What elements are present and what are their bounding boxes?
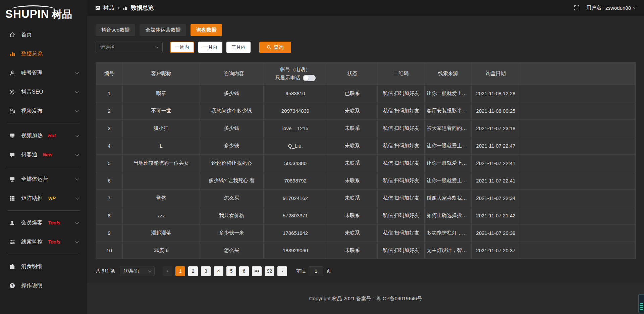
cell-empty: [520, 85, 636, 102]
cell-status: 已联系: [327, 85, 378, 102]
search-button[interactable]: 查询: [259, 42, 291, 53]
account-column-title: 帐号（电话）: [264, 66, 327, 73]
cell-qr-link[interactable]: 私信 扫码加好友: [378, 102, 425, 120]
sidebar-item-video-publish[interactable]: 视频发布: [5, 104, 83, 118]
sidebar-item-data-overview[interactable]: 数据总览: [5, 47, 83, 61]
page-number-button[interactable]: 1: [175, 266, 185, 276]
sidebar-item-label: 消费明细: [21, 263, 43, 270]
tab-douyin-seo-data[interactable]: 抖音seo数据: [96, 24, 135, 36]
page-number-button[interactable]: 2: [188, 266, 198, 276]
cell-empty: [520, 137, 636, 155]
range-quarter-button[interactable]: 三月内: [226, 42, 251, 53]
sidebar-item-label: 操作说明: [21, 282, 43, 289]
page-size-select[interactable]: 10条/页: [120, 266, 155, 276]
column-header-status: 状态: [327, 63, 378, 85]
cell-source-link[interactable]: 让你一眼就爱上的黑科技，能...: [425, 172, 472, 190]
cell-qr-link[interactable]: 私信 扫码加好友: [378, 224, 425, 242]
cell-account: Q_Liu.: [264, 137, 327, 155]
cell-source-link[interactable]: 被大家追着问的客厅投影分享...: [425, 120, 472, 137]
search-button-label: 查询: [274, 44, 284, 51]
sidebar-item-douketon[interactable]: 抖客通 New: [5, 148, 83, 162]
fullscreen-icon[interactable]: [574, 5, 580, 11]
sidebar-item-douyin-seo[interactable]: 抖音SEO: [5, 85, 83, 99]
sidebar-item-label: 视频加热: [21, 132, 43, 139]
cell-source-link[interactable]: 无主灯设计，智能磁吸轨道灯...: [425, 242, 472, 259]
column-header-id: 编号: [96, 63, 123, 85]
cell-qr-link[interactable]: 私信 扫码加好友: [378, 155, 425, 172]
main-area: 树品 > 数据总览 用户名: zswodun88 抖音seo数据 全媒体运营数据…: [87, 0, 644, 314]
cell-empty: [520, 207, 636, 224]
cell-empty: [520, 172, 636, 190]
table-header: 编号 客户昵称 咨询内容 帐号（电话） 只显示电话 状态 二维码 线索来源 询盘…: [96, 63, 636, 85]
filter-select[interactable]: 请选择: [96, 42, 163, 53]
prev-page-button[interactable]: ‹: [163, 266, 172, 276]
phone-only-toggle[interactable]: [303, 75, 316, 81]
cell-qr-link[interactable]: 私信 扫码加好友: [378, 172, 425, 190]
sidebar-item-matrix-boost[interactable]: 矩阵助推 VIP: [5, 191, 83, 205]
video-publish-icon: [9, 108, 15, 114]
cell-source-link[interactable]: 多功能护栏灯，适用于乡村文...: [425, 224, 472, 242]
search-icon: [267, 45, 271, 50]
cell-source-link[interactable]: 让你一眼就爱上的黑科技，能...: [425, 155, 472, 172]
sidebar-item-label: 线索监控: [21, 239, 43, 246]
cell-qr-link[interactable]: 私信 扫码加好友: [378, 137, 425, 155]
sidebar-item-label: 会员爆客: [21, 219, 43, 226]
cell-source-link[interactable]: 如何正确选择投影仪，买投影...: [425, 207, 472, 224]
cell-qr-link[interactable]: 私信 扫码加好友: [378, 120, 425, 137]
range-week-button[interactable]: 一周内: [170, 42, 194, 53]
page-number-button[interactable]: 92: [265, 266, 274, 276]
cell-source-link[interactable]: 感谢大家喜欢我家，被问了好...: [425, 190, 472, 207]
tab-omnimedia-data[interactable]: 全媒体运营数据: [140, 24, 186, 36]
page-number-button[interactable]: 4: [214, 266, 223, 276]
page-number-button[interactable]: •••: [252, 266, 262, 276]
cell-id: 7: [96, 190, 123, 207]
cell-qr-link[interactable]: 私信 扫码加好友: [378, 242, 425, 259]
cell-status: 未联系: [327, 207, 378, 224]
sidebar-divider: [7, 167, 80, 167]
sidebar-item-home[interactable]: 首页: [5, 28, 83, 42]
floating-widget[interactable]: [638, 294, 644, 313]
cell-qr-link[interactable]: 私信 扫码加好友: [378, 207, 425, 224]
cell-account: 50534380: [264, 155, 327, 172]
sidebar-item-omnimedia-operation[interactable]: 全媒体运营: [5, 172, 83, 186]
sidebar-item-member-burst[interactable]: 会员爆客 Tools: [5, 216, 83, 230]
cell-source-link[interactable]: 让你一眼就爱上的黑科技，能...: [425, 85, 472, 102]
sidebar-divider: [7, 210, 80, 211]
member-icon: [9, 219, 15, 226]
user-menu[interactable]: 用户名: zswodun88: [586, 5, 636, 11]
column-header-source: 线索来源: [425, 63, 472, 85]
cell-nickname: [123, 172, 200, 190]
sidebar-item-label: 账号管理: [21, 69, 43, 76]
table-row: 5 当地比较能吃的一位美女 说说价格让我死心 50534380 未联系 私信 扫…: [96, 155, 636, 172]
cell-id: 8: [96, 207, 123, 224]
sidebar-item-video-heating[interactable]: 视频加热 Hot: [5, 128, 83, 143]
cell-empty: [520, 190, 636, 207]
logo-arc-decoration: [11, 5, 55, 9]
sidebar-item-consumption-details[interactable]: 消费明细: [5, 259, 83, 273]
sidebar-item-account-management[interactable]: 账号管理: [5, 66, 83, 80]
page-number-button[interactable]: 3: [201, 266, 211, 276]
sidebar-item-instructions[interactable]: ? 操作说明: [5, 278, 83, 293]
tab-inquiry-data[interactable]: 询盘数据: [191, 24, 222, 36]
cell-qr-link[interactable]: 私信 扫码加好友: [378, 190, 425, 207]
cell-qr-link[interactable]: 私信 扫码加好友: [378, 85, 425, 102]
sidebar-item-label: 首页: [21, 31, 32, 38]
cell-id: 5: [96, 155, 123, 172]
sidebar-item-lead-monitoring[interactable]: 线索监控 Tools: [5, 235, 83, 249]
goto-page-input[interactable]: [309, 266, 323, 276]
range-month-button[interactable]: 一月内: [198, 42, 222, 53]
cell-source-link[interactable]: 让你一眼就爱上的黑科技，能...: [425, 137, 472, 155]
page-number-button[interactable]: 5: [226, 266, 236, 276]
cell-account: 183929060: [264, 242, 327, 259]
next-page-button[interactable]: ›: [277, 266, 287, 276]
breadcrumb-root[interactable]: 树品: [103, 4, 114, 11]
wallet-icon: [9, 263, 15, 270]
chevron-down-icon: [155, 45, 159, 48]
cell-nickname: 不可一世: [123, 102, 200, 120]
svg-text:?: ?: [11, 284, 13, 287]
table-row: 1 哦章 多少钱 9583810 已联系 私信 扫码加好友 让你一眼就爱上的黑科…: [96, 85, 636, 102]
chevron-down-icon: [75, 133, 79, 137]
hot-badge: Hot: [48, 133, 56, 138]
page-number-button[interactable]: 6: [239, 266, 249, 276]
cell-source-link[interactable]: 客厅安装投影半年多了，真实...: [425, 102, 472, 120]
